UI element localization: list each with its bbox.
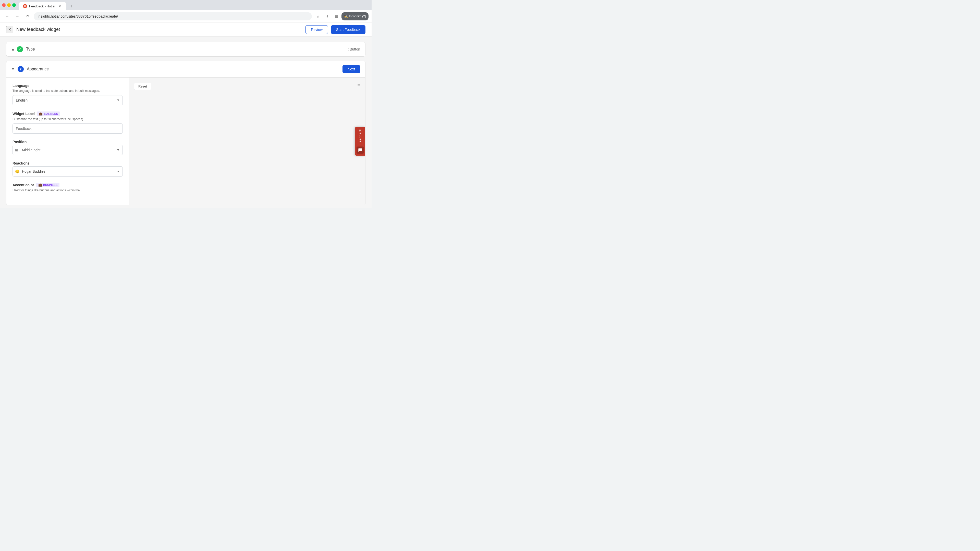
position-field-group: Position ⊞ Middle right Middle left Bott… (13, 140, 123, 155)
step2-header[interactable]: ▼ 2 Appearance Next (6, 61, 365, 77)
accent-business-badge-text: BUSINESS (43, 183, 57, 186)
forward-button[interactable]: → (13, 12, 21, 21)
widget-label-label: Widget Label 💼 BUSINESS (13, 111, 123, 116)
language-select-wrapper: English French German Spanish ▼ (13, 95, 123, 105)
step2-title: Appearance (27, 67, 339, 71)
start-feedback-button[interactable]: Start Feedback (331, 25, 366, 34)
back-button[interactable]: ← (3, 12, 11, 21)
accent-color-text: Accent color (13, 183, 34, 187)
step2-toggle-icon: ▼ (11, 67, 14, 71)
language-select[interactable]: English French German Spanish (13, 95, 123, 105)
step2-card: ▼ 2 Appearance Next Language The languag… (6, 61, 366, 205)
settings-panel: Language The language is used to transla… (6, 78, 129, 205)
reload-button[interactable]: ↻ (24, 12, 32, 21)
widget-label-input[interactable] (13, 124, 123, 134)
reactions-select[interactable]: Hotjar Buddies Emojis Stars Numbers Thum… (13, 166, 123, 176)
step1-toggle-icon: ▶ (11, 48, 14, 51)
incognito-label: Incognito (2) (349, 14, 366, 18)
position-label: Position (13, 140, 123, 144)
step2-body: Language The language is used to transla… (6, 77, 365, 205)
bookmark-button[interactable]: ☆ (314, 12, 322, 21)
briefcase-icon: 💼 (39, 112, 43, 116)
download-button[interactable]: ⬇ (323, 12, 331, 21)
reactions-field-group: Reactions 😊 Hotjar Buddies Emojis Stars … (13, 161, 123, 176)
window-maximize-button[interactable]: + (12, 3, 16, 7)
business-badge-text: BUSINESS (44, 112, 58, 115)
accent-color-business-badge: 💼 BUSINESS (36, 183, 59, 187)
window-close-button[interactable]: × (2, 3, 6, 7)
toolbar-icons: ☆ ⬇ ▤ 🕵 Incognito (2) (314, 12, 369, 21)
browser-toolbar: ← → ↻ ☆ ⬇ ▤ 🕵 Incognito (2) (0, 10, 372, 22)
incognito-icon: 🕵 (344, 14, 348, 18)
close-widget-button[interactable]: × (6, 26, 13, 33)
position-select-wrapper: ⊞ Middle right Middle left Bottom right … (13, 145, 123, 155)
window-controls: × – + (2, 3, 16, 7)
preview-panel: Reset ≡ Feedback (129, 78, 365, 205)
widget-label-field-group: Widget Label 💼 BUSINESS Customize the te… (13, 111, 123, 134)
accent-color-desc: Used for things like buttons and actions… (13, 188, 123, 192)
next-button[interactable]: Next (342, 65, 360, 73)
page-title: New feedback widget (16, 27, 305, 32)
tab-close-button[interactable]: × (57, 4, 62, 8)
step1-title: Type (26, 47, 344, 52)
app-header: × New feedback widget Review Start Feedb… (0, 22, 372, 37)
tab-favicon: H (23, 4, 27, 8)
reactions-select-wrapper: 😊 Hotjar Buddies Emojis Stars Numbers Th… (13, 166, 123, 176)
browser-tab[interactable]: H Feedback - Hotjar × (19, 2, 66, 10)
position-select[interactable]: Middle right Middle left Bottom right Bo… (13, 145, 123, 155)
step1-header[interactable]: ▶ ✓ Type : Button (6, 42, 365, 56)
step1-subtitle: : Button (348, 47, 360, 51)
step1-card: ▶ ✓ Type : Button (6, 42, 366, 57)
main-content: ▶ ✓ Type : Button ▼ 2 Appearance Next La… (0, 37, 372, 208)
tab-title: Feedback - Hotjar (29, 4, 56, 8)
reset-button[interactable]: Reset (134, 83, 151, 90)
reactions-label: Reactions (13, 161, 123, 165)
browser-chrome: × – + H Feedback - Hotjar × + ← → ↻ ☆ ⬇ … (0, 0, 372, 22)
header-actions: Review Start Feedback (305, 25, 366, 34)
step2-badge: 2 (18, 66, 24, 72)
step1-check-icon: ✓ (17, 46, 23, 52)
widget-label-business-badge: 💼 BUSINESS (37, 111, 60, 116)
feedback-widget-label: Feedback (358, 129, 362, 144)
review-button[interactable]: Review (305, 25, 328, 34)
title-bar: × – + H Feedback - Hotjar × + (0, 0, 372, 10)
feedback-widget[interactable]: Feedback (355, 127, 365, 156)
language-field-group: Language The language is used to transla… (13, 84, 123, 105)
incognito-badge: 🕵 Incognito (2) (342, 12, 369, 21)
window-minimize-button[interactable]: – (7, 3, 11, 7)
language-label: Language (13, 84, 123, 88)
address-bar[interactable] (34, 12, 312, 21)
widget-label-desc: Customize the text (up to 20 characters … (13, 117, 123, 121)
accent-color-field-group: Accent color 💼 BUSINESS Used for things … (13, 183, 123, 192)
accent-briefcase-icon: 💼 (38, 183, 42, 187)
new-tab-button[interactable]: + (67, 2, 75, 10)
feedback-widget-icon (356, 147, 364, 154)
tabs-bar: H Feedback - Hotjar × + (19, 0, 369, 10)
widget-label-text: Widget Label (13, 112, 35, 116)
preview-menu-icon: ≡ (357, 83, 360, 88)
sidebar-button[interactable]: ▤ (332, 12, 340, 21)
language-desc: The language is used to translate action… (13, 89, 123, 93)
accent-color-label: Accent color 💼 BUSINESS (13, 183, 123, 187)
